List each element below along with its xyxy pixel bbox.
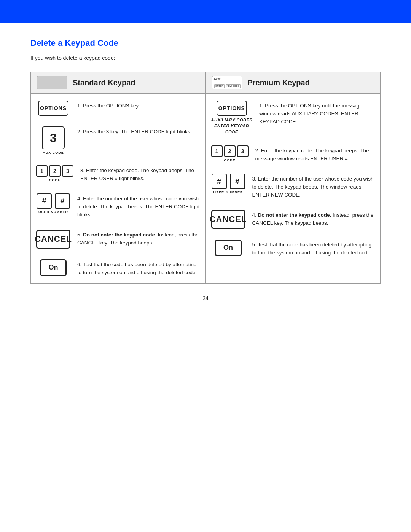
standard-code-keys: 1 2 3: [36, 165, 73, 177]
standard-hash-keys: # #: [37, 193, 70, 209]
standard-step-2: 3 AUX CODE 2. Press the 3 key. The ENTER…: [36, 126, 200, 155]
standard-steps: OPTIONS 1. Press the OPTIONS key. 3 AUX …: [31, 94, 206, 283]
standard-code-label: CODE: [49, 178, 61, 182]
standard-header-label: Standard Keypad: [73, 78, 135, 87]
standard-user-number-label: USER NUMBER: [38, 210, 68, 214]
standard-step-5-text: 5. Do not enter the keypad code. Instead…: [77, 230, 200, 247]
standard-code-key-visual: 1 2 3 CODE: [36, 165, 73, 182]
standard-step-4-text: 4. Enter the number of the user whose co…: [77, 193, 200, 219]
standard-options-key-visual: OPTIONS: [36, 101, 70, 116]
premium-step-3: # # USER NUMBER 3. Enter the number of t…: [211, 174, 375, 199]
standard-header-cell: Standard Keypad: [31, 72, 206, 94]
premium-hash-2: #: [230, 174, 245, 189]
premium-header-label: Premium Keypad: [248, 78, 310, 87]
instructions-table: Standard Keypad 12:00 –– ENTER NEW CODE …: [30, 72, 381, 284]
standard-cancel-key-visual: CANCEL: [36, 230, 70, 249]
premium-header-cell: 12:00 –– ENTER NEW CODE Premium Keypad: [206, 72, 381, 94]
premium-step-2-text: 2. Enter the keypad code. The keypad bee…: [255, 145, 375, 163]
standard-keypad-icon: [37, 76, 67, 89]
page-number: 24: [30, 295, 381, 301]
premium-options-key-visual: OPTIONS AUXILIARY CODESENTER KEYPADCODE: [211, 101, 253, 135]
standard-3-key: 3: [42, 126, 65, 149]
page-title: Delete a Keypad Code: [30, 38, 381, 48]
top-bar: [0, 0, 411, 23]
standard-step-6: On 6. Test that the code has been delete…: [36, 259, 200, 277]
premium-on-key-visual: On: [211, 240, 245, 256]
standard-key-2: 2: [49, 165, 61, 177]
standard-step-5: CANCEL 5. Do not enter the keypad code. …: [36, 230, 200, 249]
premium-code-keys: 1 2 3: [211, 145, 249, 157]
premium-key-1: 1: [211, 145, 223, 157]
intro-text: If you wish to delete a keypad code:: [30, 55, 381, 61]
premium-steps: OPTIONS AUXILIARY CODESENTER KEYPADCODE …: [206, 94, 381, 264]
premium-step-5: On 5. Test that the code has been delete…: [211, 240, 375, 257]
premium-cancel-key-visual: CANCEL: [211, 210, 245, 229]
standard-on-key-visual: On: [36, 259, 70, 276]
premium-step-1: OPTIONS AUXILIARY CODESENTER KEYPADCODE …: [211, 101, 375, 135]
standard-step-1-text: 1. Press the OPTIONS key.: [77, 101, 200, 110]
standard-key-1: 1: [36, 165, 48, 177]
premium-code-label: CODE: [224, 158, 235, 162]
standard-3-key-visual: 3 AUX CODE: [36, 126, 70, 155]
premium-cancel-key: CANCEL: [211, 210, 245, 229]
standard-hash-1: #: [37, 193, 52, 209]
standard-step-6-text: 6. Test that the code has been deleted b…: [77, 259, 200, 277]
premium-key-2: 2: [224, 145, 236, 157]
premium-hash-1: #: [212, 174, 227, 189]
standard-hash-key-visual: # # USER NUMBER: [36, 193, 70, 214]
premium-step-4: CANCEL 4. Do not enter the keypad code. …: [211, 210, 375, 229]
standard-steps-cell: OPTIONS 1. Press the OPTIONS key. 3 AUX …: [31, 94, 206, 284]
premium-aux-text: AUXILIARY CODESENTER KEYPADCODE: [211, 117, 253, 135]
premium-step-4-text: 4. Do not enter the keypad code. Instead…: [252, 210, 375, 227]
premium-step-3-text: 3. Enter the number of the user whose co…: [252, 174, 375, 199]
standard-step-1: OPTIONS 1. Press the OPTIONS key.: [36, 101, 200, 116]
standard-step-2-text: 2. Press the 3 key. The ENTER CODE light…: [77, 126, 200, 136]
premium-options-key: OPTIONS: [217, 101, 247, 116]
premium-on-key: On: [215, 240, 242, 256]
premium-step-5-text: 5. Test that the code has been deleted b…: [252, 240, 375, 257]
premium-step-1-text: 1. Press the OPTIONS key until the messa…: [259, 101, 375, 126]
standard-key-3: 3: [62, 165, 73, 177]
premium-user-number-label: USER NUMBER: [213, 190, 243, 194]
standard-hash-2: #: [55, 193, 70, 209]
standard-aux-code-label: AUX CODE: [43, 151, 64, 155]
standard-step-4: # # USER NUMBER 4. Enter the number of t…: [36, 193, 200, 219]
standard-on-key: On: [40, 259, 67, 276]
premium-hash-keys: # #: [212, 174, 245, 189]
standard-step-3: 1 2 3 CODE 3. Enter the keypad code. The…: [36, 165, 200, 183]
standard-options-key: OPTIONS: [38, 101, 68, 116]
premium-hash-key-visual: # # USER NUMBER: [211, 174, 245, 194]
premium-step-2: 1 2 3 CODE 2. Enter the keypad code. The…: [211, 145, 375, 163]
premium-code-key-visual: 1 2 3 CODE: [211, 145, 249, 162]
standard-step-3-text: 3. Enter the keypad code. The keypad bee…: [80, 165, 200, 183]
premium-keypad-icon: 12:00 –– ENTER NEW CODE: [212, 76, 242, 89]
premium-key-3: 3: [237, 145, 249, 157]
standard-cancel-key: CANCEL: [36, 230, 70, 249]
premium-steps-cell: OPTIONS AUXILIARY CODESENTER KEYPADCODE …: [206, 94, 381, 284]
